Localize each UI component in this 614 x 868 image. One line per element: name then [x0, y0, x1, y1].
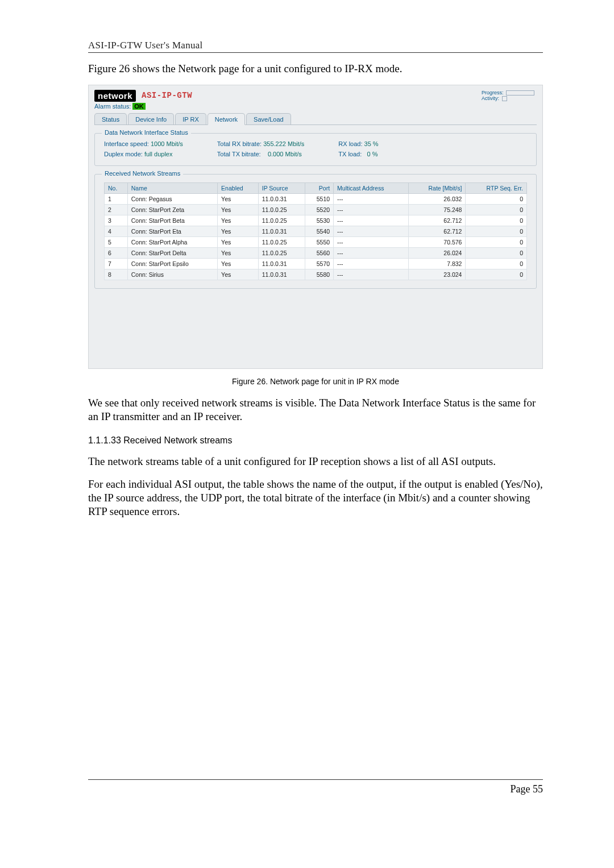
table-cell: 11.0.0.25 — [258, 204, 305, 215]
intro-text: Figure 26 shows the Network page for a u… — [88, 62, 543, 76]
activity-led-icon — [502, 96, 507, 101]
table-row[interactable]: 5Conn: StarPort AlphaYes11.0.0.255550---… — [105, 236, 527, 247]
network-page-screenshot: Progress: Activity: network ASI-IP-GTW A… — [88, 85, 543, 369]
product-name: ASI-IP-GTW — [142, 91, 192, 100]
table-cell: Conn: StarPort Epsilo — [127, 258, 217, 269]
tx-load-value: 0 % — [367, 151, 377, 157]
table-cell: Conn: Sirius — [127, 269, 217, 280]
table-cell: 5570 — [305, 258, 334, 269]
table-cell: Yes — [218, 269, 259, 280]
table-cell: --- — [334, 247, 409, 258]
table-cell: Conn: StarPort Eta — [127, 226, 217, 236]
table-cell: 11.0.0.25 — [258, 236, 305, 247]
table-cell: 75.248 — [409, 204, 466, 215]
table-cell: Yes — [218, 247, 259, 258]
table-cell: 0 — [466, 193, 527, 204]
tab-network[interactable]: Network — [208, 113, 245, 125]
table-cell: 8 — [105, 269, 128, 280]
tab-ip-rx[interactable]: IP RX — [175, 113, 206, 125]
col-header: Name — [127, 182, 217, 193]
top-right-status: Progress: Activity: — [482, 90, 534, 101]
tx-bitrate-value: 0.000 Mbit/s — [268, 151, 302, 157]
streams-table: No.NameEnabledIP SourcePortMulticast Add… — [104, 182, 527, 280]
table-cell: 26.024 — [409, 247, 466, 258]
table-cell: 62.712 — [409, 226, 466, 236]
table-cell: --- — [334, 236, 409, 247]
table-cell: 1 — [105, 193, 128, 204]
rx-load-value: 35 % — [364, 140, 379, 147]
col-header: IP Source — [258, 182, 305, 193]
table-cell: --- — [334, 258, 409, 269]
table-row[interactable]: 2Conn: StarPort ZetaYes11.0.0.255520---7… — [105, 204, 527, 215]
alarm-value: OK — [132, 103, 146, 110]
col-header: Rate [Mbit/s] — [409, 182, 466, 193]
rx-bitrate-value: 355.222 Mbit/s — [263, 140, 304, 147]
table-cell: 11.0.0.31 — [258, 193, 305, 204]
table-cell: Yes — [218, 193, 259, 204]
iface-duplex-label: Duplex mode: — [104, 151, 143, 157]
para-3: For each individual ASI output, the tabl… — [88, 477, 543, 518]
activity-label: Activity: — [482, 95, 499, 101]
col-header: Port — [305, 182, 334, 193]
table-cell: 11.0.0.31 — [258, 226, 305, 236]
rx-bitrate-label: Total RX bitrate: — [217, 140, 262, 147]
interface-legend: Data Network Interface Status — [102, 129, 191, 136]
table-cell: --- — [334, 226, 409, 236]
figure-caption: Figure 26. Network page for unit in IP R… — [88, 377, 543, 386]
table-row[interactable]: 3Conn: StarPort BetaYes11.0.0.255530---6… — [105, 215, 527, 226]
table-cell: Yes — [218, 258, 259, 269]
table-cell: 0 — [466, 226, 527, 236]
table-cell: 5580 — [305, 269, 334, 280]
table-cell: 23.024 — [409, 269, 466, 280]
table-cell: --- — [334, 204, 409, 215]
table-cell: 5540 — [305, 226, 334, 236]
iface-speed-value: 1000 Mbit/s — [151, 140, 183, 147]
table-cell: 3 — [105, 215, 128, 226]
table-row[interactable]: 1Conn: PegasusYes11.0.0.315510---26.0320 — [105, 193, 527, 204]
tab-strip: StatusDevice InfoIP RXNetworkSave/Load — [94, 113, 537, 125]
col-header: Enabled — [218, 182, 259, 193]
table-cell: 11.0.0.31 — [258, 269, 305, 280]
table-cell: 0 — [466, 247, 527, 258]
table-cell: 11.0.0.25 — [258, 247, 305, 258]
tab-device-info[interactable]: Device Info — [128, 113, 174, 125]
table-cell: 0 — [466, 236, 527, 247]
table-cell: Conn: StarPort Zeta — [127, 204, 217, 215]
table-cell: Yes — [218, 236, 259, 247]
rx-load-label: RX load: — [338, 140, 362, 147]
table-cell: 26.032 — [409, 193, 466, 204]
table-cell: 0 — [466, 258, 527, 269]
iface-speed-label: Interface speed: — [104, 140, 149, 147]
tx-bitrate-label: Total TX bitrate: — [217, 151, 261, 157]
table-cell: Conn: StarPort Beta — [127, 215, 217, 226]
table-cell: 5550 — [305, 236, 334, 247]
tab-save-load[interactable]: Save/Load — [246, 113, 291, 125]
page-number: Page 55 — [511, 783, 544, 795]
table-row[interactable]: 6Conn: StarPort DeltaYes11.0.0.255560---… — [105, 247, 527, 258]
table-cell: 5 — [105, 236, 128, 247]
table-cell: 7.832 — [409, 258, 466, 269]
table-cell: 6 — [105, 247, 128, 258]
tab-status[interactable]: Status — [94, 113, 127, 125]
table-cell: 11.0.0.25 — [258, 215, 305, 226]
progress-bar-icon — [506, 90, 534, 95]
table-cell: 4 — [105, 226, 128, 236]
table-cell: --- — [334, 269, 409, 280]
logo-word: network — [94, 90, 136, 102]
table-cell: Yes — [218, 215, 259, 226]
col-header: Multicast Address — [334, 182, 409, 193]
alarm-label: Alarm status: — [94, 103, 131, 110]
para-2: The network streams table of a unit conf… — [88, 455, 543, 468]
table-row[interactable]: 7Conn: StarPort EpsiloYes11.0.0.315570--… — [105, 258, 527, 269]
col-header: RTP Seq. Err. — [466, 182, 527, 193]
table-cell: 7 — [105, 258, 128, 269]
table-cell: 0 — [466, 204, 527, 215]
iface-duplex-value: full duplex — [144, 151, 173, 157]
table-cell: Conn: Pegasus — [127, 193, 217, 204]
table-row[interactable]: 8Conn: SiriusYes11.0.0.315580---23.0240 — [105, 269, 527, 280]
table-row[interactable]: 4Conn: StarPort EtaYes11.0.0.315540---62… — [105, 226, 527, 236]
table-cell: Yes — [218, 204, 259, 215]
table-cell: --- — [334, 193, 409, 204]
table-cell: Conn: StarPort Alpha — [127, 236, 217, 247]
table-cell: Yes — [218, 226, 259, 236]
